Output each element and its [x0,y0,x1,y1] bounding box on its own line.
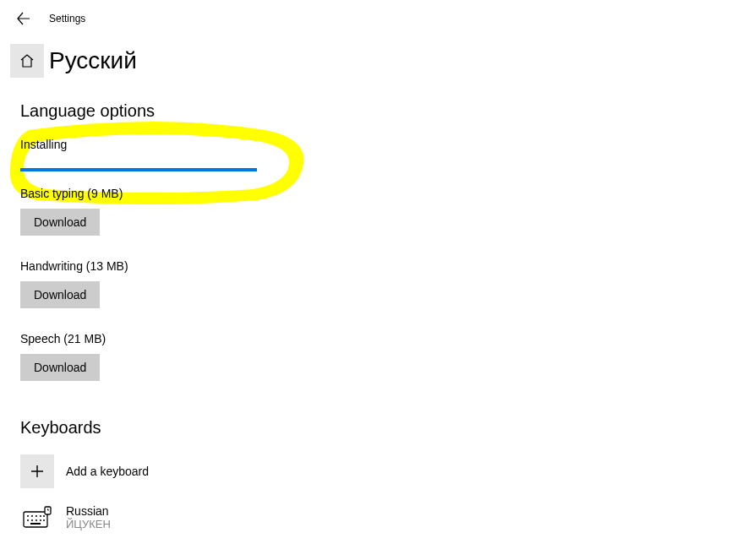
home-button[interactable] [10,44,44,78]
svg-point-4 [40,515,41,517]
installing-status: Installing [20,138,737,151]
keyboard-icon [23,505,52,529]
svg-point-2 [31,515,33,517]
keyboard-icon-box [20,500,54,534]
back-button[interactable] [17,12,30,25]
svg-point-1 [27,515,29,517]
svg-point-5 [43,515,45,517]
download-handwriting-button[interactable]: Download [20,281,100,308]
add-keyboard-label: Add a keyboard [66,465,149,478]
speech-label: Speech (21 MB) [20,332,737,345]
basic-typing-label: Basic typing (9 MB) [20,187,737,200]
back-arrow-icon [17,12,30,25]
home-icon [19,53,35,68]
keyboard-item-russian[interactable]: Russian ЙЦУКЕН [20,500,737,534]
svg-point-7 [31,519,33,521]
install-progress-bar [20,168,257,171]
download-basic-typing-button[interactable]: Download [20,209,100,236]
keyboard-name: Russian [66,504,111,518]
handwriting-label: Handwriting (13 MB) [20,259,737,273]
svg-point-10 [43,519,45,521]
svg-point-8 [35,519,37,521]
add-keyboard-button[interactable]: Add a keyboard [20,454,737,488]
add-keyboard-icon-box [20,454,54,488]
language-options-heading: Language options [20,101,737,121]
download-speech-button[interactable]: Download [20,354,100,381]
keyboards-heading: Keyboards [20,418,737,438]
app-name: Settings [49,13,85,24]
svg-rect-0 [24,512,47,527]
svg-point-9 [40,519,41,521]
page-title: Русский [49,47,137,74]
plus-icon [30,464,45,479]
svg-point-3 [35,515,37,517]
svg-rect-11 [30,523,41,525]
keyboard-layout: ЙЦУКЕН [66,518,111,530]
svg-point-6 [27,519,29,521]
